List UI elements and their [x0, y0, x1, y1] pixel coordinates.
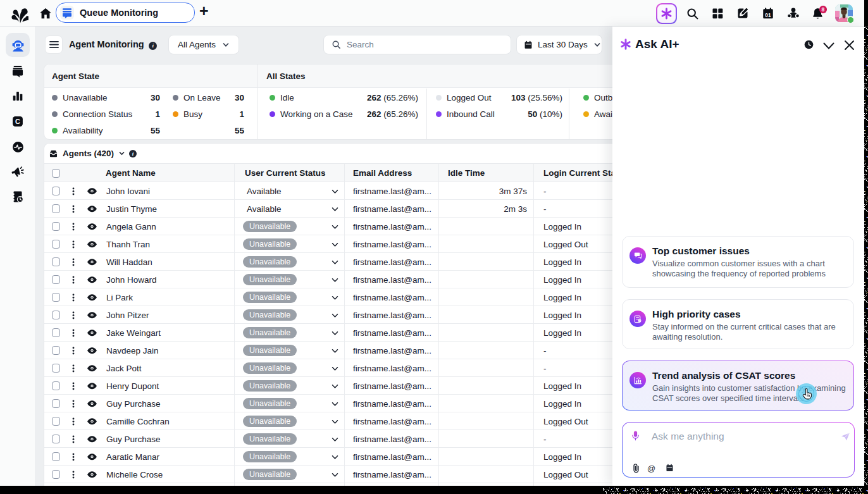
- svg-text:C: C: [15, 118, 20, 125]
- svg-text:01: 01: [765, 12, 771, 18]
